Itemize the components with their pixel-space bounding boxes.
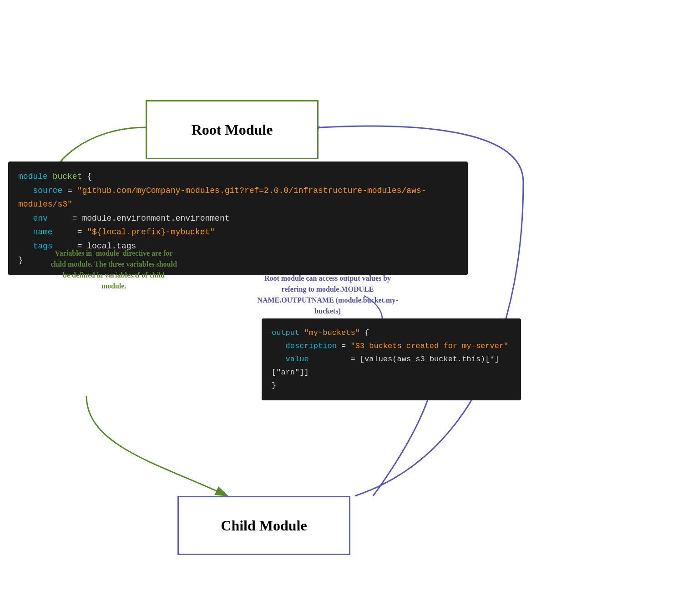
code-line-1: module bucket { bbox=[18, 170, 458, 184]
child-module-box: Child Module bbox=[177, 496, 350, 555]
root-module-box: Root Module bbox=[146, 100, 319, 159]
annotation-left: Variables in 'module' directive are for … bbox=[50, 248, 177, 292]
output-line-4: } bbox=[272, 379, 511, 393]
child-module-label: Child Module bbox=[221, 517, 307, 534]
output-line-3: value = [values(aws_s3_bucket.this)[*]["… bbox=[272, 353, 511, 379]
output-line-2: description = "S3 buckets created for my… bbox=[272, 340, 511, 353]
output-line-1: output "my-buckets" { bbox=[272, 327, 511, 340]
diagram-container: Root Module module bucket { source = "gi… bbox=[0, 0, 698, 616]
code-line-3: env = module.environment.environment bbox=[18, 212, 458, 226]
code-block-output: output "my-buckets" { description = "S3 … bbox=[262, 318, 521, 400]
code-kw-module: module bbox=[18, 172, 48, 181]
code-line-2: source = "github.com/myCompany-modules.g… bbox=[18, 184, 458, 212]
code-line-4: name = "${local.prefix}-mybucket" bbox=[18, 225, 458, 239]
annotation-right: Root module can access output values by … bbox=[255, 273, 400, 317]
root-module-label: Root Module bbox=[192, 121, 273, 138]
code-module-name: bucket bbox=[53, 172, 82, 181]
